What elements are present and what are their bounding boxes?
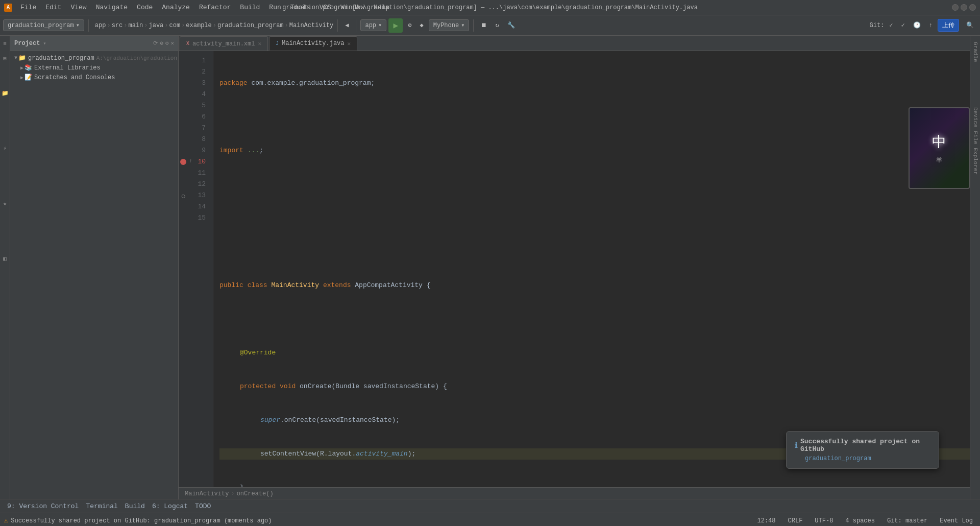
breadcrumb-example[interactable]: example bbox=[186, 22, 211, 29]
todo-button[interactable]: TODO bbox=[192, 501, 214, 511]
menu-navigate[interactable]: Navigate bbox=[92, 3, 132, 12]
profile-button[interactable]: ◆ bbox=[417, 19, 427, 31]
tree-scratches-label: Scratches and Consoles bbox=[34, 74, 115, 81]
line-num-7: 7 bbox=[188, 123, 209, 134]
breadcrumb-package[interactable]: graduation_program bbox=[217, 22, 284, 29]
tab-mainactivity-java[interactable]: J MainActivity.java ✕ bbox=[269, 36, 357, 51]
code-line-10: protected void onCreate(Bundle savedInst… bbox=[219, 381, 974, 392]
code-line-11: super .onCreate(savedInstanceState); bbox=[219, 415, 974, 426]
menu-file[interactable]: File bbox=[16, 3, 40, 12]
breadcrumb-com[interactable]: com bbox=[169, 22, 181, 29]
project-panel-filter-icon[interactable]: ⚙ bbox=[160, 40, 163, 46]
breadcrumb-src[interactable]: src bbox=[112, 22, 123, 29]
git-check-button[interactable]: ✓ bbox=[886, 19, 896, 31]
git-history-button[interactable]: 🕐 bbox=[910, 19, 924, 31]
code-line-9: @Override bbox=[219, 347, 974, 358]
nav-back-button[interactable]: ◀ bbox=[342, 19, 352, 31]
panel-icon-4[interactable]: ⚡ bbox=[1, 144, 9, 152]
notification-link[interactable]: graduation_program bbox=[805, 455, 930, 462]
panel-icon-2[interactable]: ⊞ bbox=[1, 54, 9, 62]
menu-analyze[interactable]: Analyze bbox=[158, 3, 194, 12]
right-tab-device-files[interactable]: Device File Explorer bbox=[971, 105, 979, 177]
project-panel-sync-icon[interactable]: ⟳ bbox=[153, 40, 158, 46]
line-num-1: 1 bbox=[188, 55, 209, 66]
device-arrow: ▾ bbox=[461, 21, 464, 29]
gutter-line-7 bbox=[179, 123, 188, 134]
minimize-button[interactable] bbox=[952, 4, 959, 11]
line-num-10: 10 bbox=[188, 156, 209, 168]
gutter-line-5 bbox=[179, 100, 188, 111]
code-editor[interactable]: ◯ 1 2 3 4 5 6 7 8 9 10 11 12 13 14 bbox=[179, 51, 980, 487]
terminal-button[interactable]: Terminal bbox=[83, 501, 120, 511]
charset-indicator[interactable]: UTF-8 bbox=[812, 516, 836, 525]
debug-button[interactable]: ⚙ bbox=[405, 19, 414, 31]
line-col-indicator[interactable]: 12:48 bbox=[754, 516, 779, 525]
breadcrumb-app[interactable]: app bbox=[95, 22, 106, 29]
gutter-line-10 bbox=[179, 156, 188, 168]
maximize-button[interactable] bbox=[961, 4, 967, 11]
project-folder-icon: 📁 bbox=[18, 54, 26, 62]
git-branch-indicator[interactable]: Git: master bbox=[884, 516, 930, 525]
close-button[interactable] bbox=[969, 4, 976, 11]
tree-root-label: graduation_program bbox=[28, 55, 94, 62]
menu-refactor[interactable]: Refactor bbox=[195, 3, 235, 12]
tree-external-libraries[interactable]: ▶ 📚 External Libraries bbox=[10, 63, 178, 73]
project-dropdown[interactable]: graduation_program ▾ bbox=[3, 19, 84, 31]
git-commit-button[interactable]: ✓ bbox=[898, 19, 908, 31]
tab-close-0[interactable]: ✕ bbox=[258, 40, 261, 47]
project-panel-close-icon[interactable]: ✕ bbox=[170, 40, 174, 46]
breadcrumb-java[interactable]: java bbox=[149, 22, 164, 29]
run-button[interactable]: ▶ bbox=[388, 18, 403, 33]
code-line-7: public class MainActivity extends AppCom… bbox=[219, 280, 974, 291]
project-dropdown-arrow[interactable]: ▾ bbox=[43, 40, 46, 46]
tools-button[interactable]: 🔧 bbox=[504, 19, 518, 31]
toolbar-separator-3 bbox=[356, 19, 356, 32]
version-control-button[interactable]: 9: Version Control bbox=[4, 501, 82, 511]
window-controls bbox=[952, 4, 976, 11]
panel-icon-3[interactable]: 📁 bbox=[1, 89, 9, 97]
sync-button[interactable]: ↻ bbox=[492, 19, 502, 31]
right-tab-gradle[interactable]: Gradle bbox=[971, 40, 979, 64]
breadcrumb-class[interactable]: MainActivity bbox=[289, 22, 333, 29]
crlf-indicator[interactable]: CRLF bbox=[785, 516, 806, 525]
breadcrumb-oncreate[interactable]: onCreate() bbox=[237, 490, 274, 497]
panel-icon-1[interactable]: ≡ bbox=[1, 40, 9, 48]
terminal-label: Terminal bbox=[86, 503, 117, 510]
panel-icon-5[interactable]: ★ bbox=[1, 199, 9, 207]
search-button[interactable]: 🔍 bbox=[963, 19, 977, 31]
project-panel-icons: ⟳ ⚙ ⚙ ✕ bbox=[153, 40, 174, 46]
code-line-6 bbox=[219, 246, 974, 257]
tree-root-item[interactable]: ▼ 📁 graduation_program A:\graduation\gra… bbox=[10, 53, 178, 63]
project-tree: ▼ 📁 graduation_program A:\graduation\gra… bbox=[10, 51, 178, 499]
app-config-label: app bbox=[365, 22, 376, 29]
logcat-button[interactable]: 6: Logcat bbox=[149, 501, 191, 511]
menu-view[interactable]: View bbox=[66, 3, 90, 12]
device-dropdown[interactable]: MyPhone ▾ bbox=[429, 19, 470, 31]
panel-icon-6[interactable]: ◧ bbox=[1, 254, 9, 262]
event-log-button[interactable]: Event Log bbox=[937, 516, 976, 525]
git-upload-button[interactable]: 上传 bbox=[938, 19, 959, 32]
toolbar-separator-2 bbox=[337, 19, 338, 32]
tab-activity-main-xml[interactable]: X activity_main.xml ✕ bbox=[180, 36, 268, 51]
status-left: ⚠ Successfully shared project on GitHub:… bbox=[4, 517, 272, 524]
menu-code[interactable]: Code bbox=[133, 3, 157, 12]
tab-close-1[interactable]: ✕ bbox=[348, 40, 351, 47]
code-content[interactable]: package com.example.graduation_program; … bbox=[213, 51, 974, 487]
code-line-2 bbox=[219, 111, 974, 123]
git-push-button[interactable]: ↑ bbox=[926, 20, 936, 31]
app-config-dropdown[interactable]: app ▾ bbox=[360, 19, 386, 31]
project-panel-settings-icon[interactable]: ⚙ bbox=[165, 40, 169, 46]
breadcrumb-mainactivity[interactable]: MainActivity bbox=[185, 490, 229, 497]
tree-scratches[interactable]: ▶ 📝 Scratches and Consoles bbox=[10, 73, 178, 82]
project-dropdown-arrow: ▾ bbox=[76, 21, 80, 29]
build-button[interactable]: Build bbox=[122, 501, 148, 511]
menu-edit[interactable]: Edit bbox=[41, 3, 65, 12]
title-bar: A File Edit View Navigate Code Analyze R… bbox=[0, 0, 980, 15]
breadcrumb-main[interactable]: main bbox=[128, 22, 143, 29]
menu-build[interactable]: Build bbox=[236, 3, 264, 12]
code-line-1: package com.example.graduation_program; bbox=[219, 78, 974, 89]
indent-indicator[interactable]: 4 spaces bbox=[842, 516, 878, 525]
bookmark-icon-13: ◯ bbox=[182, 193, 185, 199]
stop-button[interactable]: ⏹ bbox=[478, 19, 490, 31]
breakpoint-icon[interactable] bbox=[180, 159, 186, 165]
